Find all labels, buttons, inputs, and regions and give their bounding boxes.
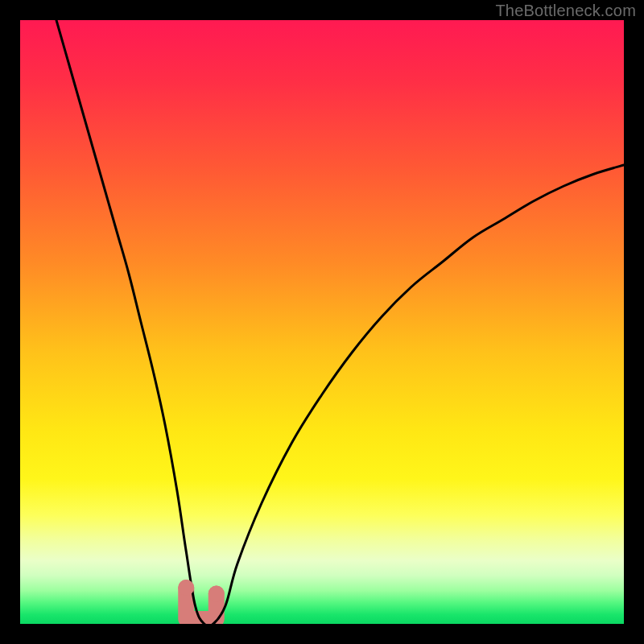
bottleneck-curve <box>56 20 624 624</box>
chart-frame: TheBottleneck.com <box>0 0 644 644</box>
highlight-marker-left <box>178 580 194 596</box>
watermark: TheBottleneck.com <box>495 2 636 20</box>
plot-area <box>20 20 624 624</box>
curve-overlay <box>20 20 624 624</box>
highlight-marker-right <box>208 586 225 602</box>
